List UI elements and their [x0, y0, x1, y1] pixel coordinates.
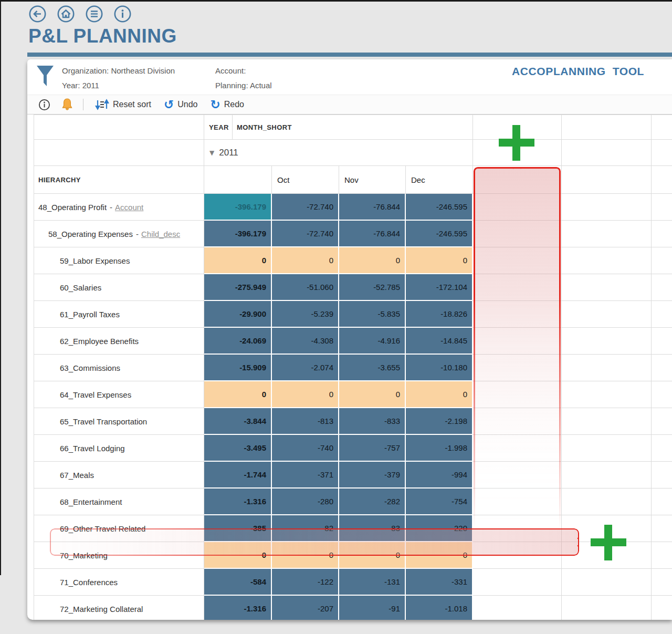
value-cell[interactable]: -1.316: [204, 489, 272, 515]
undo-button[interactable]: Undo: [177, 100, 197, 109]
value-cell[interactable]: -379: [339, 462, 406, 489]
value-cell[interactable]: 0: [272, 381, 339, 408]
empty-cell: [652, 115, 672, 140]
value-cell[interactable]: -1.998: [406, 435, 473, 462]
value-cell[interactable]: -584: [204, 569, 272, 596]
value-cell[interactable]: -994: [406, 462, 473, 489]
row-label[interactable]: 63_Commissions: [34, 355, 204, 381]
row-label[interactable]: 60_Salaries: [34, 274, 204, 301]
value-cell[interactable]: -122: [272, 569, 339, 596]
hierarchy-header[interactable]: HIERARCHY: [34, 166, 204, 194]
value-cell[interactable]: -331: [406, 569, 473, 596]
value-cell[interactable]: 0: [339, 247, 406, 274]
row-label[interactable]: 59_Labor Expenses: [34, 247, 204, 274]
value-cell[interactable]: -4.916: [339, 328, 406, 355]
value-cell[interactable]: -246.595: [406, 194, 473, 221]
month-header-nov[interactable]: Nov: [339, 166, 406, 194]
collapse-triangle-icon[interactable]: ▼: [209, 149, 214, 157]
value-cell[interactable]: -29.900: [204, 301, 272, 328]
value-cell[interactable]: -14.845: [406, 328, 473, 355]
home-icon[interactable]: [57, 5, 75, 23]
row-label[interactable]: 72_Marketing Collateral: [34, 596, 204, 620]
value-cell[interactable]: -76.844: [339, 194, 406, 221]
value-cell[interactable]: -833: [339, 408, 406, 435]
back-icon[interactable]: [29, 5, 46, 23]
info-icon[interactable]: [114, 5, 131, 23]
value-cell[interactable]: -371: [272, 462, 339, 489]
value-cell[interactable]: -813: [272, 408, 339, 435]
value-cell[interactable]: -282: [339, 489, 406, 515]
value-cell[interactable]: -72.740: [272, 221, 339, 247]
row-label[interactable]: 48_Operating Profit - Account: [34, 194, 204, 221]
value-cell[interactable]: 0: [406, 247, 473, 274]
undo-icon[interactable]: ↺: [164, 99, 174, 110]
value-cell[interactable]: -15.909: [204, 355, 272, 381]
value-cell[interactable]: -754: [406, 489, 473, 515]
value-cell[interactable]: -1.316: [204, 596, 272, 620]
month-header-dec[interactable]: Dec: [406, 166, 473, 194]
redo-icon[interactable]: ↻: [210, 99, 220, 110]
add-column-button[interactable]: [499, 125, 534, 161]
year-group-cell[interactable]: ▼ 2011: [204, 140, 473, 166]
row-label[interactable]: 66_Travel Lodging: [34, 435, 204, 462]
value-cell[interactable]: -740: [272, 435, 339, 462]
value-cell[interactable]: -18.826: [406, 301, 473, 328]
add-row-button[interactable]: [591, 525, 626, 560]
empty-cell: [562, 569, 652, 596]
notifications-bell-icon[interactable]: [61, 98, 74, 111]
value-cell[interactable]: -4.308: [272, 328, 339, 355]
value-cell[interactable]: 0: [204, 247, 272, 274]
month-header-oct[interactable]: Oct: [272, 166, 339, 194]
value-cell[interactable]: -396.179: [204, 221, 272, 247]
account-link[interactable]: Account: [115, 203, 143, 212]
value-cell[interactable]: 0: [204, 381, 272, 408]
reset-sort-icon[interactable]: [95, 98, 109, 111]
value-cell[interactable]: -2.198: [406, 408, 473, 435]
reset-sort-button[interactable]: Reset sort: [113, 100, 151, 109]
value-cell[interactable]: -5.239: [272, 301, 339, 328]
child-desc-link[interactable]: Child_desc: [141, 230, 180, 238]
value-cell[interactable]: -52.785: [339, 274, 406, 301]
redo-button[interactable]: Redo: [224, 100, 244, 109]
value-cell[interactable]: -3.844: [204, 408, 272, 435]
value-cell[interactable]: -246.595: [406, 221, 473, 247]
value-cell[interactable]: 0: [339, 381, 406, 408]
row-label[interactable]: 58_Operating Expenses - Child_desc: [34, 221, 204, 247]
month-dimension-header[interactable]: MONTH_SHORT: [233, 115, 473, 140]
value-cell[interactable]: -1.018: [406, 596, 473, 620]
row-label[interactable]: 71_Conferences: [34, 569, 204, 596]
value-cell[interactable]: -757: [339, 435, 406, 462]
row-label[interactable]: 65_Travel Transportation: [34, 408, 204, 435]
value-cell[interactable]: -131: [339, 569, 406, 596]
value-cell[interactable]: -3.655: [339, 355, 406, 381]
value-cell[interactable]: -1.744: [204, 462, 272, 489]
value-cell[interactable]: -172.104: [406, 274, 473, 301]
value-cell[interactable]: -280: [272, 489, 339, 515]
value-cell[interactable]: 0: [272, 247, 339, 274]
value-cell[interactable]: -5.835: [339, 301, 406, 328]
value-cell[interactable]: 0: [406, 381, 473, 408]
row-label[interactable]: 68_Entertainment: [34, 489, 204, 515]
year-dimension-header[interactable]: YEAR: [204, 115, 233, 140]
filter-icon[interactable]: [35, 64, 55, 90]
value-cell[interactable]: -396.179: [204, 194, 272, 221]
value-cell[interactable]: -207: [272, 596, 339, 620]
grid-info-icon[interactable]: [38, 99, 50, 111]
value-cell[interactable]: -24.069: [204, 328, 272, 355]
value-cell[interactable]: -72.740: [272, 194, 339, 221]
row-label[interactable]: 61_Payroll Taxes: [34, 301, 204, 328]
row-label[interactable]: 64_Travel Expenses: [34, 381, 204, 408]
empty-cell: [473, 569, 562, 596]
window-left-edge: [0, 0, 1, 575]
value-cell[interactable]: -51.060: [272, 274, 339, 301]
value-cell[interactable]: -10.180: [406, 355, 473, 381]
empty-cell: [562, 462, 652, 489]
row-label[interactable]: 62_Employee Benefits: [34, 328, 204, 355]
value-cell[interactable]: -275.949: [204, 274, 272, 301]
menu-icon[interactable]: [86, 5, 103, 23]
value-cell[interactable]: -3.495: [204, 435, 272, 462]
value-cell[interactable]: -2.074: [272, 355, 339, 381]
row-label[interactable]: 67_Meals: [34, 462, 204, 489]
value-cell[interactable]: -91: [339, 596, 406, 620]
value-cell[interactable]: -76.844: [339, 221, 406, 247]
